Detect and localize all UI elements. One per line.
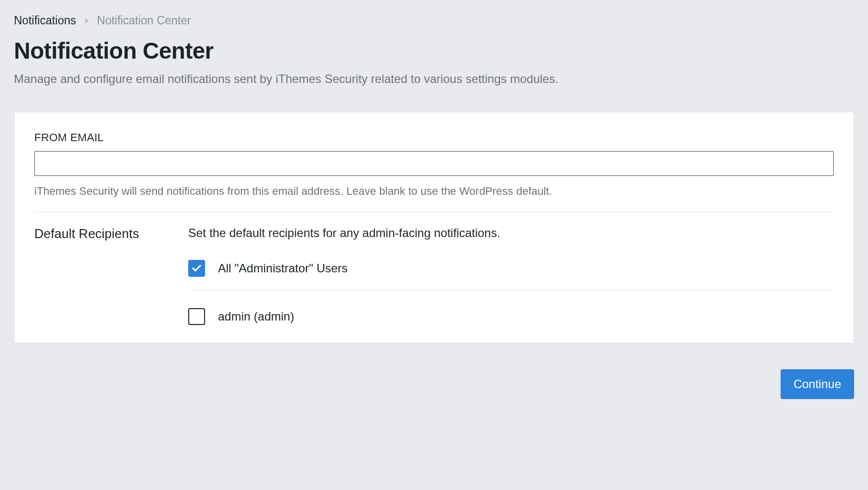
recipients-title: Default Recipients	[34, 226, 163, 242]
breadcrumb: Notifications Notification Center	[14, 14, 854, 27]
checkbox-admin-user[interactable]	[188, 308, 205, 325]
page-description: Manage and configure email notifications…	[14, 72, 854, 86]
from-email-help: iThemes Security will send notifications…	[34, 185, 834, 198]
breadcrumb-parent-link[interactable]: Notifications	[14, 14, 76, 27]
page-actions: Continue	[14, 369, 854, 399]
from-email-input[interactable]	[34, 151, 834, 176]
from-email-label: FROM EMAIL	[34, 131, 834, 144]
page-title: Notification Center	[14, 37, 854, 64]
recipients-section: Default Recipients Set the default recip…	[34, 226, 834, 338]
from-email-field: FROM EMAIL iThemes Security will send no…	[34, 131, 834, 198]
recipient-option-all-admin: All "Administrator" Users	[188, 255, 834, 290]
checkbox-label-admin-user: admin (admin)	[218, 310, 294, 324]
check-icon	[191, 263, 202, 274]
recipients-description: Set the default recipients for any admin…	[188, 226, 834, 240]
divider	[34, 212, 834, 212]
breadcrumb-current: Notification Center	[97, 14, 191, 27]
recipient-option-admin-user: admin (admin)	[188, 303, 834, 338]
settings-card: FROM EMAIL iThemes Security will send no…	[14, 112, 854, 343]
checkbox-all-admin[interactable]	[188, 260, 205, 277]
chevron-right-icon	[83, 17, 90, 24]
continue-button[interactable]: Continue	[781, 369, 854, 399]
checkbox-label-all-admin: All "Administrator" Users	[218, 261, 348, 275]
